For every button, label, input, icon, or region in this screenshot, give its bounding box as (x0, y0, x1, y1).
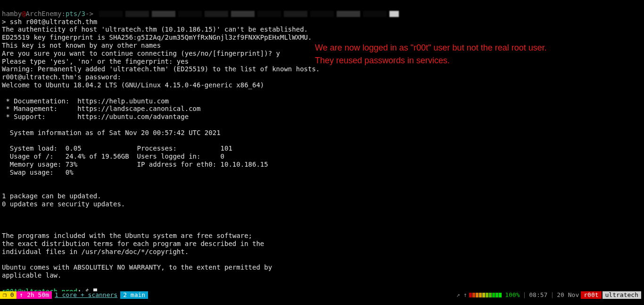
window-tab[interactable]: 1 core + scanners (52, 291, 120, 299)
clock-time: 08:57 (529, 291, 547, 299)
arrow: -> (85, 10, 93, 17)
status-right: ↗ ↑ 100% | 08:57 | 20 Nov r00t ultratech (454, 291, 644, 299)
output-line: Ubuntu comes with ABSOLUTELY NO WARRANTY… (2, 263, 272, 271)
annotation-overlay: We are now logged in as "r00t" user but … (315, 42, 636, 67)
local-host: ArchEnemy (26, 10, 62, 17)
output-line: System load: 0.05 Processes: 101 (2, 144, 232, 152)
annotation-line: They reused passwords in services. (315, 54, 636, 67)
cpu-bars-icon (469, 293, 502, 297)
window-tab-active[interactable]: 2 main (120, 291, 148, 299)
output-line: Memory usage: 73% IP address for eth0: 1… (2, 161, 268, 168)
status-host: ultratech (603, 291, 641, 299)
separator: | (522, 291, 526, 299)
at-sign: @ (22, 10, 25, 17)
net-arrows-icon: ↗ ↑ (456, 291, 467, 299)
output-line: 0 updates are security updates. (2, 200, 125, 208)
command-line: > ssh r00t@ultratech.thm (2, 18, 97, 25)
output-line: Welcome to Ubuntu 18.04.2 LTS (GNU/Linux… (2, 81, 264, 89)
session-indicator[interactable]: ❐ 0 (0, 291, 17, 299)
output-line: individual files in /usr/share/doc/*/cop… (2, 248, 189, 255)
pts: pts/3 (66, 10, 85, 17)
status-user: r00t (581, 291, 601, 299)
output-line: Are you sure you want to continue connec… (2, 50, 280, 57)
clock-date: 20 Nov (557, 291, 579, 299)
output-line: r00t@ultratech.thm's password: (2, 73, 121, 81)
output-line: * Support: https://ubuntu.com/advantage (2, 113, 189, 120)
local-user: hamby (2, 10, 22, 17)
colon: : (61, 10, 65, 17)
output-line: * Management: https://landscape.canonica… (2, 105, 200, 112)
output-line: Usage of /: 24.4% of 19.56GB Users logge… (2, 152, 224, 160)
tmux-status-bar: ❐ 0 ↑ 2h 50m 1 core + scanners 2 main ↗ … (0, 291, 644, 299)
output-line: Warning: Permanently added 'ultratech.th… (2, 65, 320, 73)
output-line: The programs included with the Ubuntu sy… (2, 232, 252, 239)
separator: | (550, 291, 554, 299)
status-spacer (148, 291, 454, 299)
output-line: * Documentation: https://help.ubuntu.com (2, 97, 169, 105)
bottom-strip (0, 299, 644, 305)
top-prompt-line: hamby@ArchEnemy:pts/3-> (2, 10, 93, 17)
output-line: 1 package can be updated. (2, 192, 101, 200)
output-line: System information as of Sat Nov 20 00:5… (2, 129, 221, 136)
output-line: Please type 'yes', 'no' or the fingerpri… (2, 58, 189, 65)
redacted-bar (99, 11, 399, 17)
uptime-indicator: ↑ 2h 50m (17, 291, 52, 299)
battery-percent: 100% (505, 291, 520, 299)
output-line: This key is not known by any other names (2, 42, 161, 49)
output-line: ED25519 key fingerprint is SHA256:g5I2Aq… (2, 34, 312, 41)
annotation-line: We are now logged in as "r00t" user but … (315, 42, 636, 54)
output-line: the exact distribution terms for each pr… (2, 240, 264, 247)
output-line: Swap usage: 0% (2, 169, 74, 176)
output-line: applicable law. (2, 271, 61, 279)
output-line: The authenticity of host 'ultratech.thm … (2, 25, 308, 33)
